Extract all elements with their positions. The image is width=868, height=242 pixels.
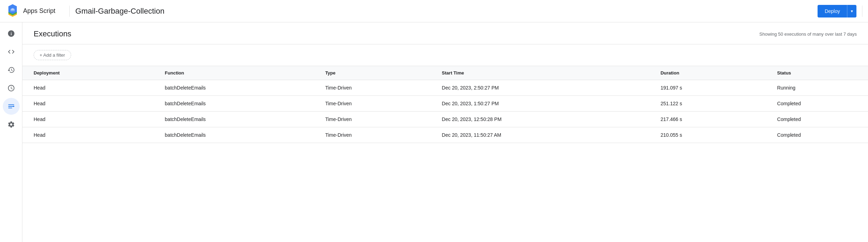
executions-table: Deployment Function Type Start Time Dura…	[22, 66, 868, 143]
cell-function-0: batchDeleteEmails	[154, 80, 314, 96]
cell-deployment-1: Head	[22, 96, 154, 112]
cell-type-2: Time-Driven	[314, 112, 430, 127]
col-header-starttime: Start Time	[430, 66, 649, 80]
cell-duration-2: 217.466 s	[649, 112, 766, 127]
cell-start_time-1: Dec 20, 2023, 1:50:27 PM	[430, 96, 649, 112]
table-header: Deployment Function Type Start Time Dura…	[22, 66, 868, 80]
table-header-row: Deployment Function Type Start Time Dura…	[22, 66, 868, 80]
cell-type-1: Time-Driven	[314, 96, 430, 112]
col-header-type: Type	[314, 66, 430, 80]
project-name-label: Gmail-Garbage-Collection	[75, 7, 164, 16]
executions-icon	[7, 102, 15, 110]
header-divider-1	[69, 6, 70, 17]
cell-start_time-3: Dec 20, 2023, 11:50:27 AM	[430, 127, 649, 143]
cell-function-2: batchDeleteEmails	[154, 112, 314, 127]
cell-start_time-2: Dec 20, 2023, 12:50:28 PM	[430, 112, 649, 127]
sidebar-item-editor[interactable]	[3, 43, 20, 60]
cell-type-3: Time-Driven	[314, 127, 430, 143]
table-row[interactable]: HeadbatchDeleteEmailsTime-DrivenDec 20, …	[22, 112, 868, 127]
filter-bar: + Add a filter	[22, 44, 868, 66]
cell-status-0: Running	[766, 80, 868, 96]
cell-function-1: batchDeleteEmails	[154, 96, 314, 112]
cell-start_time-0: Dec 20, 2023, 2:50:27 PM	[430, 80, 649, 96]
cell-type-0: Time-Driven	[314, 80, 430, 96]
header-divider-2	[862, 6, 862, 17]
deploy-button[interactable]: Deploy ▾	[818, 5, 856, 17]
table-row[interactable]: HeadbatchDeleteEmailsTime-DrivenDec 20, …	[22, 80, 868, 96]
table-row[interactable]: HeadbatchDeleteEmailsTime-DrivenDec 20, …	[22, 96, 868, 112]
history-icon	[7, 66, 15, 74]
add-filter-button[interactable]: + Add a filter	[34, 50, 71, 60]
cell-deployment-3: Head	[22, 127, 154, 143]
col-header-deployment: Deployment	[22, 66, 154, 80]
cell-status-1: Completed	[766, 96, 868, 112]
apps-script-logo	[6, 4, 20, 18]
app-name-label: Apps Script	[23, 7, 55, 15]
col-header-function: Function	[154, 66, 314, 80]
page-subtitle: Showing 50 executions of many over last …	[759, 31, 857, 37]
deploy-arrow-icon[interactable]: ▾	[847, 5, 856, 17]
sidebar-item-executions[interactable]	[3, 98, 20, 115]
sidebar-item-info[interactable]	[3, 25, 20, 42]
main-content: Executions Showing 50 executions of many…	[22, 22, 868, 242]
sidebar-item-clock[interactable]	[3, 80, 20, 97]
settings-icon	[7, 121, 15, 128]
cell-deployment-2: Head	[22, 112, 154, 127]
app-header: Apps Script Gmail-Garbage-Collection Dep…	[0, 0, 868, 22]
sidebar	[0, 22, 22, 242]
cell-function-3: batchDeleteEmails	[154, 127, 314, 143]
table-body: HeadbatchDeleteEmailsTime-DrivenDec 20, …	[22, 80, 868, 143]
page-header: Executions Showing 50 executions of many…	[22, 22, 868, 44]
cell-duration-3: 210.055 s	[649, 127, 766, 143]
main-layout: Executions Showing 50 executions of many…	[0, 22, 868, 242]
col-header-status: Status	[766, 66, 868, 80]
cell-duration-0: 191.097 s	[649, 80, 766, 96]
sidebar-item-triggers[interactable]	[3, 62, 20, 78]
table-row[interactable]: HeadbatchDeleteEmailsTime-DrivenDec 20, …	[22, 127, 868, 143]
cell-status-3: Completed	[766, 127, 868, 143]
clock-icon	[7, 84, 15, 92]
info-icon	[7, 30, 15, 37]
cell-status-2: Completed	[766, 112, 868, 127]
cell-duration-1: 251.122 s	[649, 96, 766, 112]
code-icon	[7, 48, 15, 56]
sidebar-item-settings[interactable]	[3, 116, 20, 133]
add-filter-label: + Add a filter	[40, 52, 65, 58]
page-title: Executions	[34, 29, 71, 38]
deploy-button-label: Deploy	[818, 5, 847, 17]
col-header-duration: Duration	[649, 66, 766, 80]
logo-area: Apps Script	[6, 4, 55, 18]
cell-deployment-0: Head	[22, 80, 154, 96]
